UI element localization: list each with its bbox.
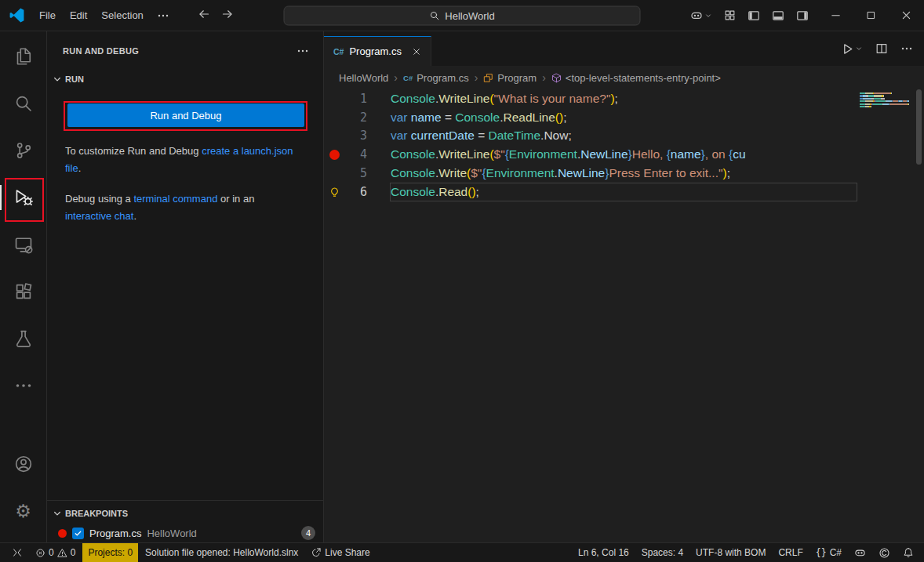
minimize-button[interactable] (818, 0, 853, 31)
editor-group: C#Program.cs HelloWorld›C#Program.cs›Pro… (324, 31, 924, 542)
activity-remote-explorer-icon[interactable] (0, 226, 46, 263)
code-line-3[interactable]: 3var currentDate = DateTime.Now; (324, 127, 857, 146)
welcome-text: To customize Run and Debug create a laun… (65, 143, 300, 176)
go-forward-icon[interactable] (221, 8, 234, 24)
breakpoint-icon[interactable] (329, 150, 340, 160)
activity-explorer-icon[interactable] (0, 38, 46, 75)
tab-bar: C#Program.cs (324, 31, 924, 66)
editor-more-actions-icon[interactable] (900, 42, 913, 55)
activity-accounts-icon[interactable] (0, 445, 46, 483)
code-line-5[interactable]: 5Console.Write($"{Environment.NewLine}Pr… (324, 164, 857, 183)
close-tab-icon[interactable] (412, 47, 421, 56)
status-encoding[interactable]: UTF-8 with BOM (690, 543, 771, 562)
menu-selection[interactable]: Selection (94, 7, 150, 24)
breadcrumb-top-level-statements-entry-point[interactable]: <top-level-statements-entry-point> (551, 72, 721, 84)
line-number: 4 (344, 147, 367, 161)
breadcrumb-program[interactable]: Program (483, 72, 537, 84)
go-back-icon[interactable] (198, 8, 210, 24)
breakpoints-section: BREAKPOINTS Program.cs HelloWorld 4 (47, 500, 323, 542)
menu-edit[interactable]: Edit (63, 7, 94, 24)
copilot-menu-icon[interactable] (690, 9, 712, 22)
vscode-logo-icon (0, 8, 32, 23)
menubar: FileEditSelection (32, 7, 151, 24)
status-projects[interactable]: Projects: 0 (82, 543, 138, 562)
maximize-button[interactable] (853, 0, 889, 31)
minimap[interactable] (860, 92, 911, 108)
line-number: 5 (344, 166, 367, 180)
status-remote-window[interactable] (6, 543, 28, 562)
command-center-search[interactable]: HelloWorld (284, 5, 641, 25)
activity-run-and-debug-icon[interactable] (0, 179, 46, 216)
code-line-4[interactable]: 4Console.WriteLine($"{Environment.NewLin… (324, 145, 857, 164)
csharp-file-icon: C# (403, 74, 413, 82)
close-button[interactable] (889, 0, 924, 31)
activity-settings-icon[interactable]: ⚙ (0, 492, 46, 530)
code-line-6[interactable]: 6Console.Read(); (324, 183, 857, 201)
status-eol-sequence[interactable]: CRLF (773, 543, 808, 562)
brackets-icon: {} (816, 547, 827, 558)
tab-program.cs[interactable]: C#Program.cs (324, 36, 431, 66)
line-number: 6 (344, 185, 367, 199)
activity-search-icon[interactable] (0, 85, 46, 122)
symbol-class-icon (483, 73, 493, 83)
menu-file[interactable]: File (32, 7, 63, 24)
breakpoint-checkbox[interactable] (72, 528, 84, 539)
toggle-sidebar-icon[interactable] (748, 9, 760, 22)
breadcrumb: HelloWorld›C#Program.cs›Program›<top-lev… (324, 66, 924, 89)
split-editor-icon[interactable] (875, 42, 888, 55)
chevron-down-icon (52, 508, 63, 519)
run-and-debug-button[interactable]: Run and Debug (67, 103, 304, 127)
status-bar: 00Projects: 0Solution file opened: Hello… (0, 542, 924, 562)
breadcrumb-program.cs[interactable]: C#Program.cs (403, 72, 469, 84)
chevron-down-icon (52, 74, 63, 85)
line-number: 3 (344, 129, 367, 143)
run-code-icon[interactable] (841, 42, 863, 56)
code-editor[interactable]: 1Console.WriteLine("What is your name?")… (324, 89, 857, 542)
status-copilot[interactable] (849, 543, 871, 562)
activity-source-control-icon[interactable] (0, 132, 46, 169)
customize-layout-icon[interactable] (724, 9, 736, 21)
workbench: ⚙ RUN AND DEBUG RUN Run and Debug To cus… (0, 31, 924, 542)
welcome-text: Debug using a terminal command or in an … (65, 190, 300, 224)
search-icon (429, 10, 439, 20)
breadcrumb-helloworld[interactable]: HelloWorld (339, 72, 388, 84)
status-indentation[interactable]: Spaces: 4 (636, 543, 689, 562)
breadcrumb-separator: › (475, 71, 478, 84)
toggle-panel-icon[interactable] (772, 9, 784, 22)
more-menus-icon[interactable] (151, 7, 176, 24)
tab-label: Program.cs (349, 45, 401, 57)
status-solution-status[interactable]: Solution file opened: HelloWorld.slnx (140, 543, 304, 562)
run-and-debug-sidebar: RUN AND DEBUG RUN Run and Debug To custo… (47, 31, 324, 542)
status-notifications[interactable] (897, 543, 919, 562)
status-cursor-position[interactable]: Ln 6, Col 16 (573, 543, 635, 562)
breakpoint-line-badge: 4 (301, 526, 315, 540)
section-run[interactable]: RUN (52, 69, 84, 89)
status-csharp-devkit[interactable] (873, 543, 896, 562)
code-line-1[interactable]: 1Console.WriteLine("What is your name?")… (324, 89, 857, 108)
views-more-actions-icon[interactable] (296, 45, 309, 57)
lightbulb-icon[interactable] (329, 186, 340, 198)
breakpoint-folder: HelloWorld (147, 528, 196, 539)
code-line-2[interactable]: 2var name = Console.ReadLine(); (324, 108, 857, 127)
line-number: 1 (344, 92, 367, 106)
toggle-secondary-sidebar-icon[interactable] (796, 9, 809, 22)
breakpoint-file: Program.cs (89, 528, 141, 539)
activity-testing-icon[interactable] (0, 320, 46, 357)
activity-more-views-icon[interactable] (0, 367, 46, 404)
activity-bar: ⚙ (0, 31, 47, 542)
line-number: 2 (344, 111, 367, 125)
status-language-mode[interactable]: {}C# (810, 543, 847, 562)
breakpoint-list-item[interactable]: Program.cs HelloWorld 4 (58, 524, 315, 542)
activity-extensions-icon[interactable] (0, 273, 46, 310)
link-interactive-chat[interactable]: interactive chat (65, 210, 133, 222)
scrollbar-thumb[interactable] (916, 89, 922, 165)
section-breakpoints[interactable]: BREAKPOINTS (52, 505, 128, 522)
debug-welcome-view: To customize Run and Debug create a laun… (65, 143, 300, 238)
status-live-share[interactable]: Live Share (305, 543, 375, 562)
breadcrumb-separator: › (542, 71, 546, 84)
link-terminal-command[interactable]: terminal command (133, 193, 217, 205)
breakpoint-icon (58, 529, 67, 538)
sidebar-title: RUN AND DEBUG (63, 46, 139, 56)
status-problems[interactable]: 00 (30, 543, 81, 562)
csharp-file-icon: C# (333, 47, 344, 56)
